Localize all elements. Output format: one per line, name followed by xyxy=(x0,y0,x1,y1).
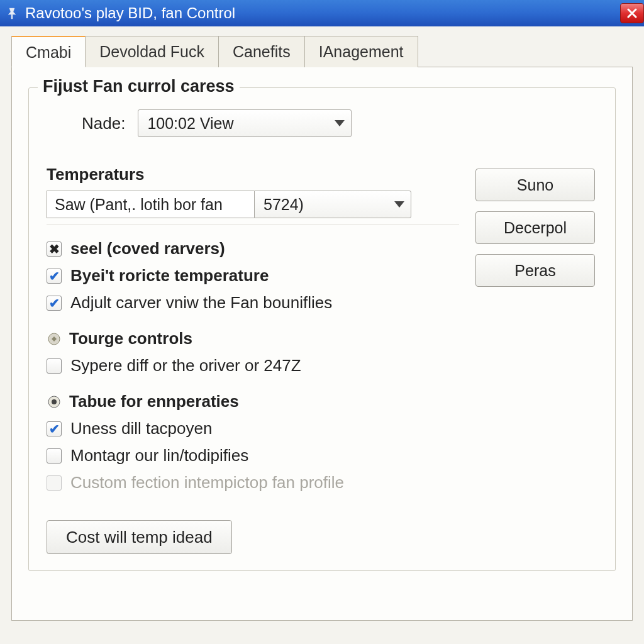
fieldset-legend: Fijust Fan currol caress xyxy=(38,77,240,96)
tab-panel: Fijust Fan currol caress Nade: 100:02 Vi… xyxy=(11,67,633,621)
section3-chk3-label: Custom fection intempictop fan profile xyxy=(70,473,344,492)
tabue-icon xyxy=(47,394,62,409)
tourge-icon xyxy=(47,331,62,347)
temperature-select[interactable]: 5724) xyxy=(254,191,411,218)
checkbox-montagr[interactable] xyxy=(47,448,62,464)
fieldset-fan-control: Fijust Fan currol caress Nade: 100:02 Vi… xyxy=(28,87,616,571)
temperature-text-input[interactable]: Saw (Pant,. lotih bor fan xyxy=(47,191,254,218)
section1-title: seel (coved rarvers) xyxy=(70,239,225,258)
suno-button[interactable]: Suno xyxy=(475,169,595,201)
title-bar: Ravotoo's play BID, fan Control xyxy=(0,0,644,26)
checkbox-adjult-carver[interactable]: ✔ xyxy=(47,296,62,311)
nade-value: 100:02 View xyxy=(147,114,233,133)
decerpol-button[interactable]: Decerpol xyxy=(475,211,595,244)
peras-button[interactable]: Peras xyxy=(475,254,595,287)
temperatures-heading: Temperaturs xyxy=(47,165,459,184)
section2-title: Tourge controls xyxy=(69,329,192,348)
tab-strip: Cmabi Devoldad Fuck Canefits IAnagement xyxy=(11,35,633,67)
pin-icon xyxy=(5,6,19,20)
nade-dropdown[interactable]: 100:02 View xyxy=(138,109,352,137)
section2-chk1-label: Sypere diff or the oriver or 247Z xyxy=(70,356,301,375)
temperature-text-value: Saw (Pant,. lotih bor fan xyxy=(55,196,223,214)
checkbox-custom-fection xyxy=(47,475,62,491)
close-button[interactable] xyxy=(620,3,644,23)
temperature-select-value: 5724) xyxy=(264,196,304,214)
section3-chk1-label: Uness dill tacpoyen xyxy=(70,419,212,438)
checkbox-sypere-diff[interactable] xyxy=(47,358,62,374)
tab-ianagement[interactable]: IAnagement xyxy=(304,36,418,67)
section1-chk1-label: Byei't roricte temperature xyxy=(70,266,269,286)
section3-chk2-label: Montagr our lin/todipifies xyxy=(70,446,248,465)
window-title: Ravotoo's play BID, fan Control xyxy=(25,4,620,22)
chevron-down-icon xyxy=(335,120,345,126)
svg-point-2 xyxy=(52,399,57,404)
tab-cmabi[interactable]: Cmabi xyxy=(11,36,86,67)
checkbox-seel-header[interactable]: ✖ xyxy=(47,242,62,257)
checkbox-uness-dill[interactable]: ✔ xyxy=(47,421,62,436)
chevron-down-icon xyxy=(394,201,404,208)
divider xyxy=(47,225,459,225)
cost-temp-button[interactable]: Cost will temp idead xyxy=(47,520,232,554)
section1-chk2-label: Adjult carver vniw the Fan bouniflies xyxy=(70,293,332,313)
window-body: Cmabi Devoldad Fuck Canefits IAnagement … xyxy=(0,26,644,644)
section3-title: Tabue for ennperaties xyxy=(69,392,239,411)
tab-canefits[interactable]: Canefits xyxy=(218,36,305,67)
checkbox-roricte-temperature[interactable]: ✔ xyxy=(47,269,62,284)
nade-label: Nade: xyxy=(82,114,125,133)
tab-devoldad[interactable]: Devoldad Fuck xyxy=(85,36,219,67)
